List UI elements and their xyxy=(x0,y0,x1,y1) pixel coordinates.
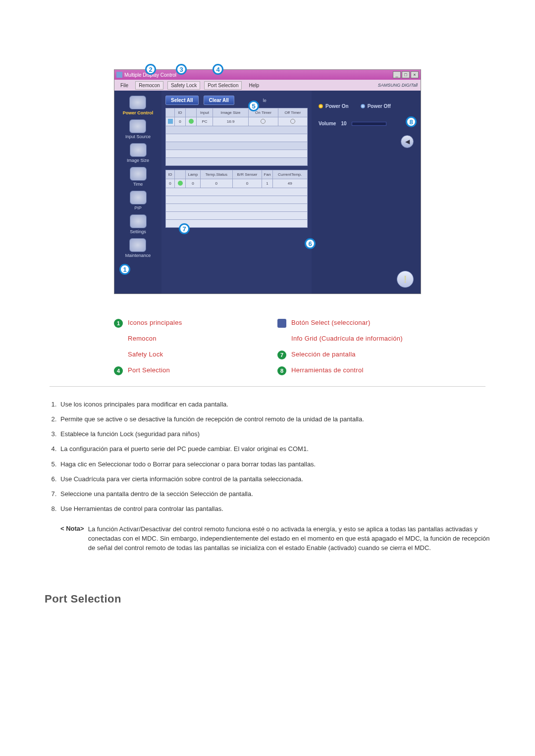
legend-row: 4 Port Selection xyxy=(114,366,258,375)
cell-ratio: 16:9 xyxy=(213,117,249,126)
divider xyxy=(50,386,485,387)
table-row[interactable] xyxy=(166,204,308,212)
legend-badge-8: 8 xyxy=(277,366,286,375)
table-row[interactable] xyxy=(166,196,308,204)
callout-2: 2 xyxy=(145,64,156,75)
maximize-button[interactable]: □ xyxy=(402,71,410,78)
input-icon xyxy=(129,119,146,133)
legend-text: Safety Lock xyxy=(128,351,163,358)
legend-text: Herramientas de control xyxy=(291,366,364,374)
sidebar-item-image-size[interactable]: Image Size xyxy=(127,143,149,163)
cell-fan: 1 xyxy=(262,179,272,188)
sidebar-item-label: Maintenance xyxy=(125,253,151,258)
callout-1: 1 xyxy=(119,264,130,275)
note-body: La función Activar/Desactivar del contro… xyxy=(88,525,490,553)
grid2-header xyxy=(175,170,186,179)
control-tools: Power On Power Off Volume 10 ◀ xyxy=(312,91,421,294)
sidebar-item-input-source[interactable]: Input Source xyxy=(125,119,151,139)
app-body: Power Control Input Source Image Size Ti… xyxy=(114,91,421,294)
warning-icon: ! xyxy=(397,271,414,288)
legend-row: Remocon xyxy=(114,335,258,344)
cell-lamp: 0 xyxy=(186,179,201,188)
list-item: Establece la función Lock (seguridad par… xyxy=(58,429,490,439)
close-button[interactable]: × xyxy=(411,71,419,78)
note: < Nota> La función Activar/Desactivar de… xyxy=(60,525,490,553)
legend-badge-empty xyxy=(277,335,286,344)
status-icon xyxy=(178,181,183,186)
sidebar-item-settings[interactable]: Settings xyxy=(130,214,147,234)
power-on-radio[interactable]: Power On xyxy=(319,103,349,109)
table-row[interactable] xyxy=(166,212,308,220)
power-icon xyxy=(129,96,146,109)
maintenance-icon xyxy=(129,238,146,252)
cell-id: 0 xyxy=(166,179,175,188)
list-item: Permite que se active o se desactive la … xyxy=(58,414,490,424)
minimize-button[interactable]: _ xyxy=(393,71,401,78)
volume-slider[interactable] xyxy=(352,122,386,126)
table-row[interactable] xyxy=(166,188,308,196)
pip-icon xyxy=(130,191,147,204)
description-list: Use los iconos principales para modifica… xyxy=(58,400,490,514)
sidebar-item-label: PIP xyxy=(134,205,142,210)
table-row[interactable]: 0 PC 16:9 xyxy=(166,117,308,126)
table-row[interactable] xyxy=(166,142,308,150)
select-all-button[interactable]: Select All xyxy=(165,96,199,105)
legend-row: Botón Select (seleccionar) xyxy=(277,319,421,328)
callout-3: 3 xyxy=(176,64,187,75)
center-column: Select All Clear All le ID Input Image S… xyxy=(161,91,312,294)
menu-port-selection[interactable]: Port Selection xyxy=(204,81,242,90)
sidebar-item-time[interactable]: Time xyxy=(130,167,147,187)
list-item: Haga clic en Seleccionar todo o Borrar p… xyxy=(58,459,490,469)
grid1-header: ID xyxy=(175,108,186,117)
sidebar: Power Control Input Source Image Size Ti… xyxy=(114,91,161,294)
grid2-header: B/R Senser xyxy=(232,170,262,179)
grid2-header: ID xyxy=(166,170,175,179)
sidebar-item-pip[interactable]: PIP xyxy=(130,191,147,210)
legend-text: Remocon xyxy=(128,335,157,342)
legend-badge-4: 4 xyxy=(114,366,123,375)
titlebar: Multiple Display Control _ □ × xyxy=(114,70,421,80)
section-heading: Port Selection xyxy=(45,593,490,605)
menu-safety-lock[interactable]: Safety Lock xyxy=(167,81,200,90)
image-size-icon xyxy=(130,143,147,157)
menu-file[interactable]: File xyxy=(117,82,131,89)
grid1-header xyxy=(166,108,175,117)
legend-badge-empty xyxy=(114,351,123,359)
legend-text: Port Selection xyxy=(128,366,170,374)
menu-remocon[interactable]: Remocon xyxy=(135,81,163,90)
callout-5: 5 xyxy=(248,101,259,111)
power-off-radio[interactable]: Power Off xyxy=(361,103,391,109)
sidebar-item-power-control[interactable]: Power Control xyxy=(123,96,154,115)
grid1-header: Image Size xyxy=(213,108,249,117)
legend-text: Iconos principales xyxy=(128,319,182,326)
table-row[interactable]: 0 0 0 0 1 49 xyxy=(166,179,308,188)
status-icon xyxy=(189,119,194,124)
clear-all-button[interactable]: Clear All xyxy=(204,96,234,105)
callout-4: 4 xyxy=(213,64,223,75)
legend-row: Safety Lock xyxy=(114,351,258,359)
table-row[interactable] xyxy=(166,134,308,142)
sidebar-item-label: Image Size xyxy=(127,158,149,163)
legend: 1 Iconos principales Botón Select (selec… xyxy=(114,319,421,386)
app-icon xyxy=(116,72,122,78)
settings-icon xyxy=(130,214,147,228)
legend-row: 1 Iconos principales xyxy=(114,319,258,328)
menu-help[interactable]: Help xyxy=(246,82,262,89)
legend-badge-1: 1 xyxy=(114,319,123,328)
speaker-icon: ◀ xyxy=(405,138,410,145)
time-icon xyxy=(130,167,147,181)
table-row[interactable] xyxy=(166,126,308,134)
grid2-header: Lamp xyxy=(186,170,201,179)
table-row[interactable] xyxy=(166,158,308,166)
table-row[interactable] xyxy=(166,150,308,158)
legend-text: Botón Select (seleccionar) xyxy=(291,319,371,326)
legend-text: Info Grid (Cuadrícula de información) xyxy=(291,335,403,342)
speaker-button[interactable]: ◀ xyxy=(401,135,414,148)
grid2-header: Temp.Status xyxy=(200,170,232,179)
volume-label: Volume xyxy=(319,121,336,126)
sidebar-item-maintenance[interactable]: Maintenance xyxy=(125,238,151,258)
list-item: Use los iconos principales para modifica… xyxy=(58,400,490,409)
callout-8: 8 xyxy=(406,116,417,127)
info-grid-top: ID Input Image Size On Timer Off Timer 0… xyxy=(165,108,308,166)
legend-text: Selección de pantalla xyxy=(291,351,356,358)
